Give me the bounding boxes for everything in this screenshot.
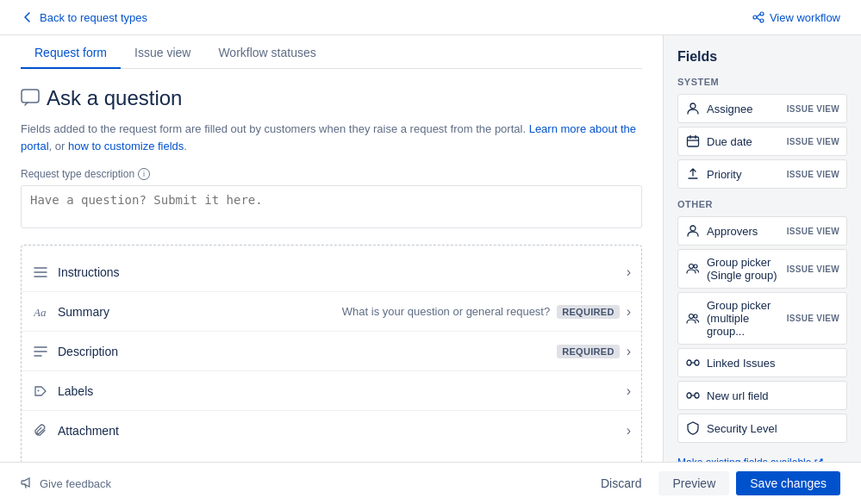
info-icon[interactable]: i [138, 168, 150, 180]
megaphone-icon [21, 476, 34, 490]
field-row-description[interactable]: Description REQUIRED › [22, 332, 641, 371]
shield-icon [685, 420, 701, 436]
request-type-description-input[interactable] [21, 185, 642, 228]
bottom-bar: Give feedback Discard Preview Save chang… [0, 462, 861, 504]
field-row-summary[interactable]: Aa Summary What is your question or gene… [22, 292, 641, 332]
feedback-label: Give feedback [40, 477, 111, 490]
field-row-instructions[interactable]: Instructions › [22, 252, 641, 292]
svg-line-3 [757, 15, 760, 17]
right-field-new-url[interactable]: New url field [677, 381, 847, 410]
description-text: Fields added to the request form are fil… [21, 121, 642, 154]
priority-icon [685, 166, 701, 182]
field-row-attachment[interactable]: Attachment › [22, 411, 641, 451]
label-icon [32, 383, 49, 400]
svg-point-14 [690, 103, 696, 109]
svg-line-4 [757, 18, 760, 21]
right-group-single-label: Group picker (Single group) [707, 256, 787, 282]
chevron-right-icon-4: › [627, 383, 631, 399]
svg-rect-28 [687, 393, 691, 398]
svg-point-1 [760, 12, 764, 16]
field-attachment-label: Attachment [58, 424, 627, 438]
right-field-group-multi[interactable]: Group picker (multiple group... ISSUE VI… [677, 292, 847, 345]
right-security-level-label: Security Level [707, 422, 839, 435]
issue-view-badge-group-multi: ISSUE VIEW [787, 314, 839, 323]
field-row-labels[interactable]: Labels › [22, 371, 641, 411]
svg-point-22 [694, 264, 697, 268]
top-bar: Back to request types View workflow [0, 0, 861, 35]
field-summary-hint: What is your question or general request… [342, 305, 550, 318]
chevron-right-icon-5: › [627, 423, 631, 439]
back-arrow-icon [21, 10, 34, 24]
link-icon [685, 355, 701, 370]
svg-point-24 [694, 314, 697, 318]
svg-point-21 [689, 264, 694, 269]
preview-button[interactable]: Preview [658, 471, 729, 495]
tab-request-form[interactable]: Request form [21, 35, 121, 68]
bottom-actions: Discard Preview Save changes [590, 471, 840, 495]
right-field-assignee[interactable]: Assignee ISSUE VIEW [677, 94, 847, 123]
page-title-row: Ask a question [21, 86, 642, 110]
other-section-label: Other [677, 199, 847, 209]
right-field-priority[interactable]: Priority ISSUE VIEW [677, 159, 847, 189]
back-link-label: Back to request types [40, 11, 147, 24]
right-priority-label: Priority [707, 168, 787, 181]
right-field-security-level[interactable]: Security Level [677, 414, 847, 443]
field-summary-label: Summary [58, 305, 342, 319]
customize-link[interactable]: how to customize fields [68, 140, 184, 152]
svg-rect-5 [22, 90, 39, 103]
discard-button[interactable]: Discard [590, 471, 652, 495]
svg-point-0 [753, 16, 757, 19]
right-approvers-label: Approvers [707, 225, 787, 238]
tab-issue-view[interactable]: Issue view [121, 35, 204, 68]
svg-rect-15 [688, 137, 699, 146]
svg-point-23 [689, 314, 694, 318]
right-field-approvers[interactable]: Approvers ISSUE VIEW [677, 216, 847, 246]
svg-rect-25 [687, 360, 691, 365]
url-icon [685, 388, 701, 403]
main-layout: Request form Issue view Workflow statuse… [0, 35, 861, 462]
right-new-url-label: New url field [707, 389, 839, 402]
required-badge-summary: REQUIRED [557, 305, 619, 319]
feedback-button[interactable]: Give feedback [21, 476, 111, 490]
calendar-icon [685, 134, 701, 149]
chat-icon [21, 89, 40, 108]
list-icon-2 [32, 343, 49, 360]
required-badge-desc: REQUIRED [557, 345, 619, 358]
form-fields-container: Instructions › Aa Summary What is your q… [21, 245, 642, 462]
issue-view-badge-priority: ISSUE VIEW [787, 170, 839, 179]
issue-view-badge-approvers: ISSUE VIEW [787, 227, 839, 236]
left-panel: Request form Issue view Workflow statuse… [0, 35, 663, 462]
view-workflow-link[interactable]: View workflow [752, 11, 840, 24]
tab-workflow-statuses[interactable]: Workflow statuses [204, 35, 329, 68]
field-description-label: Description [58, 345, 557, 358]
list-icon [32, 264, 49, 281]
save-changes-button[interactable]: Save changes [736, 471, 840, 495]
workflow-label: View workflow [770, 11, 840, 24]
right-field-linked-issues[interactable]: Linked Issues [677, 348, 847, 377]
issue-view-badge-assignee: ISSUE VIEW [787, 104, 839, 114]
right-panel: Fields System Assignee ISSUE VIEW [663, 35, 861, 462]
person-icon-2 [685, 223, 701, 239]
workflow-icon [752, 11, 764, 23]
svg-rect-29 [695, 393, 699, 398]
right-linked-issues-label: Linked Issues [707, 357, 839, 370]
field-instructions-label: Instructions [58, 265, 627, 279]
paperclip-icon [32, 422, 49, 439]
right-field-group-single[interactable]: Group picker (Single group) ISSUE VIEW [677, 249, 847, 289]
issue-view-badge-group-single: ISSUE VIEW [787, 264, 839, 274]
right-assignee-label: Assignee [707, 103, 787, 115]
svg-rect-26 [695, 360, 699, 365]
group-icon-2 [685, 311, 701, 327]
right-due-date-label: Due date [707, 135, 787, 148]
text-icon: Aa [32, 303, 49, 320]
svg-text:Aa: Aa [34, 306, 47, 318]
request-type-label-row: Request type description i [21, 168, 642, 180]
chevron-right-icon: › [627, 264, 631, 280]
page-title: Ask a question [47, 86, 182, 110]
tabs-bar: Request form Issue view Workflow statuse… [21, 35, 642, 69]
back-link[interactable]: Back to request types [21, 10, 147, 24]
right-field-due-date[interactable]: Due date ISSUE VIEW [677, 127, 847, 156]
svg-point-2 [760, 19, 764, 22]
right-group-multi-label: Group picker (multiple group... [707, 299, 787, 338]
request-type-label: Request type description [21, 168, 134, 180]
